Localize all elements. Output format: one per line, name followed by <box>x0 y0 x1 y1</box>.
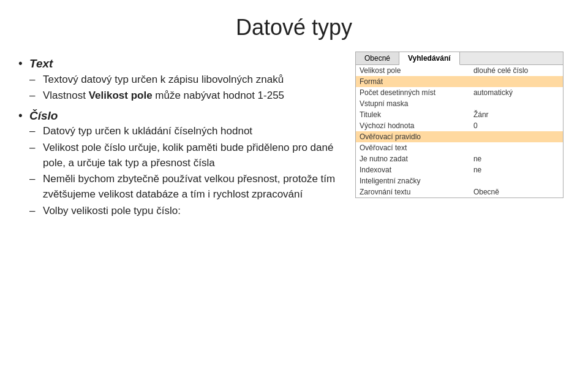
table-row: Počet desetinných místautomatický <box>356 87 563 98</box>
list-item-cislo: Číslo Datový typ určen k ukládání číseln… <box>18 107 343 218</box>
row-label: Počet desetinných míst <box>356 87 470 98</box>
subitem-cislo-2: Velikost pole číslo určuje, kolik paměti… <box>29 140 343 171</box>
table-row: Ověřovací pravidlo <box>356 131 563 142</box>
row-label: Vstupní maska <box>356 98 470 109</box>
row-label: Titulek <box>356 109 470 120</box>
tab-vyhledavani[interactable]: Vyhledávání <box>399 52 460 65</box>
page-title: Datové typy <box>0 0 588 52</box>
tab-obecne[interactable]: Obecné <box>356 52 399 64</box>
property-table: Velikost poledlouhé celé čísloFormátPoče… <box>356 65 563 197</box>
subitem-text-1: Textový datový typ určen k zápisu libovo… <box>29 72 343 88</box>
subitem-text-2: Vlastnost Velikost pole může nabývat hod… <box>29 88 343 104</box>
row-label: Ověřovací pravidlo <box>356 131 470 142</box>
list-item-text: Text Textový datový typ určen k zápisu l… <box>18 55 343 104</box>
left-content: Text Textový datový typ určen k zápisu l… <box>18 52 343 221</box>
row-value <box>470 175 563 186</box>
row-label: Indexovat <box>356 164 470 175</box>
row-value: ne <box>470 164 563 175</box>
table-row: Formát <box>356 76 563 87</box>
cislo-subitems: Datový typ určen k ukládání číselných ho… <box>29 124 343 218</box>
table-row: TitulekŽánr <box>356 109 563 120</box>
table-row: Indexovatne <box>356 164 563 175</box>
table-row: Ověřovací text <box>356 142 563 153</box>
row-label: Ověřovací text <box>356 142 470 153</box>
subitem-cislo-3: Neměli bychom zbytečně používat velkou p… <box>29 172 343 202</box>
text-label: Text <box>29 57 53 70</box>
panel-tabs: Obecné Vyhledávání <box>356 52 563 65</box>
table-row: Zarovnání textuObecně <box>356 186 563 197</box>
row-value: Obecně <box>470 186 563 197</box>
table-row: Vstupní maska <box>356 98 563 109</box>
table-row: Inteligentní značky <box>356 175 563 186</box>
row-value: dlouhé celé číslo <box>470 65 563 76</box>
row-value: ne <box>470 153 563 164</box>
table-row: Je nutno zadatne <box>356 153 563 164</box>
row-label: Je nutno zadat <box>356 153 470 164</box>
property-panel: Obecné Vyhledávání Velikost poledlouhé c… <box>355 52 564 198</box>
main-list: Text Textový datový typ určen k zápisu l… <box>18 55 343 218</box>
row-label: Formát <box>356 76 470 87</box>
table-row: Výchozí hodnota0 <box>356 120 563 131</box>
row-label: Velikost pole <box>356 65 470 76</box>
subitem-cislo-1: Datový typ určen k ukládání číselných ho… <box>29 124 343 139</box>
subitem-cislo-4: Volby velikosti pole typu číslo: <box>29 204 343 219</box>
text-subitems: Textový datový typ určen k zápisu libovo… <box>29 72 343 104</box>
row-label: Výchozí hodnota <box>356 120 470 131</box>
row-value: automatický <box>470 87 563 98</box>
row-label: Inteligentní značky <box>356 175 470 186</box>
table-row: Velikost poledlouhé celé číslo <box>356 65 563 76</box>
row-label: Zarovnání textu <box>356 186 470 197</box>
row-value: 0 <box>470 120 563 131</box>
row-value <box>470 76 563 87</box>
row-value <box>470 98 563 109</box>
row-value <box>470 142 563 153</box>
row-value <box>470 131 563 142</box>
right-panel: Obecné Vyhledávání Velikost poledlouhé c… <box>355 52 576 221</box>
row-value: Žánr <box>470 109 563 120</box>
cislo-label: Číslo <box>29 109 58 122</box>
